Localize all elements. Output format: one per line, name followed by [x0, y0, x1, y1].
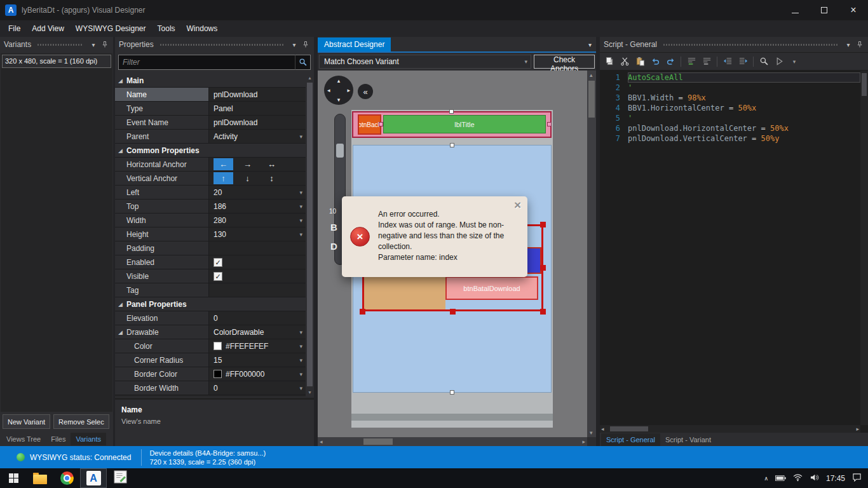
property-value[interactable]	[209, 241, 306, 255]
chrome-button[interactable]	[53, 468, 80, 488]
pan-left-icon[interactable]: ◂	[327, 87, 330, 93]
anchor-button-0[interactable]: ↑	[214, 172, 233, 184]
dropdown-arrow-icon[interactable]: ▾	[299, 343, 302, 349]
property-label[interactable]: Padding	[115, 241, 209, 255]
tab-script-general[interactable]: Script - General	[601, 433, 660, 446]
back-button-view[interactable]: btnBack	[358, 114, 381, 135]
property-value[interactable]: 280▾	[209, 214, 306, 227]
scroll-left-icon[interactable]: ◂	[320, 438, 323, 445]
dropdown-arrow-icon[interactable]: ▾	[299, 385, 302, 391]
resize-handle[interactable]	[450, 309, 456, 315]
property-grid-scrollbar[interactable]: ▴ ▾	[306, 74, 314, 396]
property-label[interactable]: Type	[115, 102, 209, 115]
anchor-button-1[interactable]: ↓	[238, 172, 257, 184]
start-button[interactable]	[0, 468, 27, 488]
property-value[interactable]: ✓	[209, 255, 306, 269]
property-value[interactable]: ✓	[209, 269, 306, 283]
property-value[interactable]: Panel	[209, 102, 306, 115]
notification-icon[interactable]	[852, 473, 862, 484]
header-panel-view[interactable]: btnBack lblTitle	[352, 111, 552, 138]
tab-script-variant[interactable]: Script - Variant	[660, 433, 716, 446]
more-icon[interactable]: ▾	[787, 55, 801, 68]
code-horizontal-scrollbar[interactable]: ◂ ▸	[600, 425, 860, 433]
code-line-6[interactable]: 6pnlDownload.HorizontalCenter = 50%x	[600, 123, 860, 133]
dropdown-arrow-icon[interactable]: ▾	[299, 217, 302, 224]
property-value[interactable]: Activity▾	[209, 130, 306, 143]
section-common-properties[interactable]: ◢Common Properties	[115, 144, 306, 158]
tab-views-tree[interactable]: Views Tree	[1, 433, 46, 445]
close-button[interactable]: ×	[839, 0, 868, 20]
collapse-button[interactable]: «	[358, 84, 373, 99]
color-swatch[interactable]	[214, 342, 222, 350]
maximize-button[interactable]	[810, 0, 839, 20]
dropdown-arrow-icon[interactable]: ▾	[299, 203, 302, 210]
wifi-icon[interactable]	[793, 473, 803, 484]
scroll-right-icon[interactable]: ▸	[856, 426, 859, 432]
property-value[interactable]: #FFEFEFEF▾	[209, 339, 306, 353]
resize-handle[interactable]	[540, 309, 546, 315]
search-icon[interactable]	[295, 55, 311, 70]
anchor-button-0[interactable]: ←	[214, 158, 233, 170]
run-icon[interactable]	[772, 55, 786, 68]
property-label[interactable]: ◢Drawable	[115, 325, 209, 339]
selection-handle[interactable]	[379, 122, 383, 126]
file-explorer-button[interactable]	[27, 468, 53, 488]
volume-icon[interactable]	[810, 473, 819, 484]
new-variant-button[interactable]: New Variant	[3, 414, 50, 429]
pan-up-icon[interactable]: ▴	[337, 78, 341, 84]
property-label[interactable]: Enabled	[115, 255, 209, 269]
find-icon[interactable]	[757, 55, 771, 68]
section-panel-properties[interactable]: ◢Panel Properties	[115, 297, 306, 311]
menu-add-view[interactable]: Add View	[26, 21, 69, 36]
property-label[interactable]: Name	[115, 88, 209, 101]
property-label[interactable]: Vertical Anchor	[115, 172, 209, 185]
code-line-2[interactable]: 2'	[600, 83, 860, 93]
tray-expand-icon[interactable]: ∧	[764, 475, 768, 482]
code-line-4[interactable]: 4BBV1.HorizontalCenter = 50%x	[600, 103, 860, 113]
device-details[interactable]: Device details (B4A-Bridge: samsu...) 72…	[149, 449, 266, 466]
property-value[interactable]: ↑↓↕	[209, 172, 306, 185]
code-vertical-scrollbar[interactable]	[860, 71, 868, 425]
tab-abstract-designer[interactable]: Abstract Designer	[318, 37, 391, 51]
property-value[interactable]: 0▾	[209, 381, 306, 395]
resize-handle[interactable]	[540, 265, 546, 271]
tab-list-chevron-icon[interactable]: ▾	[588, 41, 596, 51]
anchor-button-2[interactable]: ↔	[262, 158, 281, 170]
anchor-button-2[interactable]: ↕	[262, 172, 281, 184]
uncomment-icon[interactable]	[700, 55, 714, 68]
panel-menu-chevron-icon[interactable]: ▾	[844, 41, 853, 48]
property-label[interactable]: Horizontal Anchor	[115, 158, 209, 171]
scroll-down-icon[interactable]: ▾	[306, 390, 314, 395]
canvas-horizontal-scrollbar[interactable]: ◂ ▸	[318, 437, 587, 446]
scrollbar-thumb[interactable]	[862, 73, 867, 96]
scroll-down-icon[interactable]: ▾	[590, 430, 593, 436]
menu-wysiwyg-designer[interactable]: WYSIWYG Designer	[70, 21, 152, 36]
property-value[interactable]: pnlDownload	[209, 88, 306, 101]
property-value[interactable]: ColorDrawable▾	[209, 325, 306, 339]
property-label[interactable]: Left	[115, 186, 209, 199]
shift-left-icon[interactable]	[721, 55, 735, 68]
editor-taskbar-button[interactable]	[107, 468, 133, 488]
cut-icon[interactable]	[618, 55, 632, 68]
property-label[interactable]: Height	[115, 227, 209, 241]
dropdown-arrow-icon[interactable]: ▾	[299, 133, 302, 140]
scroll-up-icon[interactable]: ▴	[306, 75, 314, 81]
property-label[interactable]: Corner Radius	[115, 353, 209, 367]
property-value[interactable]	[209, 283, 306, 297]
visual-designer-taskbar-button[interactable]: A	[80, 468, 107, 488]
scrollbar-thumb[interactable]	[363, 438, 393, 445]
resize-handle[interactable]	[360, 309, 365, 315]
selection-handle[interactable]	[450, 143, 454, 147]
property-value[interactable]: ←→↔	[209, 158, 306, 171]
dropdown-arrow-icon[interactable]: ▾	[299, 329, 302, 336]
tab-files[interactable]: Files	[46, 433, 71, 445]
paste-icon[interactable]	[633, 55, 647, 68]
resize-handle[interactable]	[540, 222, 546, 227]
property-label[interactable]: Parent	[115, 130, 209, 143]
code-line-1[interactable]: 1AutoScaleAll	[600, 72, 860, 83]
redo-icon[interactable]	[663, 55, 677, 68]
property-value[interactable]: 15▾	[209, 353, 306, 367]
property-value[interactable]: 130▾	[209, 227, 306, 241]
scrollbar-thumb[interactable]	[610, 426, 648, 431]
property-value[interactable]: 0	[209, 311, 306, 325]
